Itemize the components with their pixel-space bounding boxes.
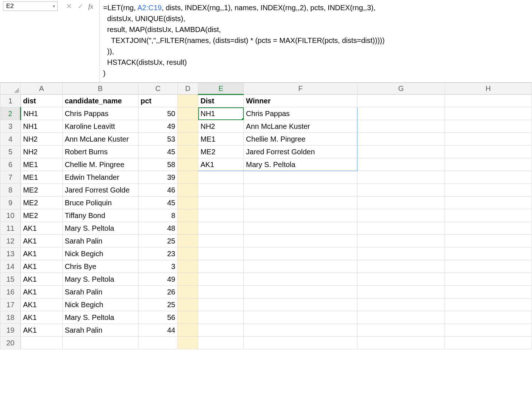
row-header[interactable]: 19 bbox=[0, 324, 21, 337]
cell-A3[interactable]: NH1 bbox=[21, 120, 62, 133]
cell-C20[interactable] bbox=[138, 337, 177, 349]
cell-H12[interactable] bbox=[445, 235, 532, 247]
cell-A19[interactable]: AK1 bbox=[21, 324, 62, 337]
cell-E19[interactable] bbox=[198, 324, 244, 337]
cell-B4[interactable]: Ann McLane Kuster bbox=[62, 133, 138, 146]
cell-F9[interactable] bbox=[244, 197, 357, 209]
select-all-corner[interactable] bbox=[0, 83, 21, 95]
cell-E11[interactable] bbox=[198, 222, 244, 235]
cell-G19[interactable] bbox=[357, 324, 445, 337]
cell-G12[interactable] bbox=[357, 235, 445, 247]
col-header-F[interactable]: F bbox=[244, 83, 357, 95]
name-box[interactable]: E2 ▾ bbox=[3, 1, 58, 11]
cell-D2[interactable] bbox=[178, 107, 198, 120]
cell-C7[interactable]: 39 bbox=[138, 171, 177, 184]
row-header[interactable]: 14 bbox=[0, 260, 21, 273]
cell-E12[interactable] bbox=[198, 235, 244, 247]
cell-C1[interactable]: pct bbox=[138, 95, 177, 107]
row-header[interactable]: 10 bbox=[0, 209, 21, 222]
col-header-E[interactable]: E bbox=[198, 83, 244, 95]
cell-G18[interactable] bbox=[357, 311, 445, 324]
cell-G13[interactable] bbox=[357, 247, 445, 260]
cell-G6[interactable] bbox=[357, 158, 445, 171]
row-header[interactable]: 3 bbox=[0, 120, 21, 133]
col-header-A[interactable]: A bbox=[21, 83, 62, 95]
cell-B5[interactable]: Robert Burns bbox=[62, 146, 138, 158]
cell-G17[interactable] bbox=[357, 298, 445, 311]
cell-B19[interactable]: Sarah Palin bbox=[62, 324, 138, 337]
cell-G20[interactable] bbox=[357, 337, 445, 349]
cell-B6[interactable]: Chellie M. Pingree bbox=[62, 158, 138, 171]
cell-C9[interactable]: 45 bbox=[138, 197, 177, 209]
cell-D9[interactable] bbox=[178, 197, 198, 209]
cell-D1[interactable] bbox=[178, 95, 198, 107]
cell-B1[interactable]: candidate_name bbox=[62, 95, 138, 107]
cell-E15[interactable] bbox=[198, 273, 244, 286]
row-header[interactable]: 8 bbox=[0, 184, 21, 197]
cell-G11[interactable] bbox=[357, 222, 445, 235]
cell-E1[interactable]: Dist bbox=[198, 95, 244, 107]
cell-E16[interactable] bbox=[198, 286, 244, 298]
cell-D15[interactable] bbox=[178, 273, 198, 286]
row-header[interactable]: 17 bbox=[0, 298, 21, 311]
cell-D7[interactable] bbox=[178, 171, 198, 184]
cell-B20[interactable] bbox=[62, 337, 138, 349]
cell-A9[interactable]: ME2 bbox=[21, 197, 62, 209]
cell-G14[interactable] bbox=[357, 260, 445, 273]
row-header[interactable]: 5 bbox=[0, 146, 21, 158]
cell-F11[interactable] bbox=[244, 222, 357, 235]
cell-B8[interactable]: Jared Forrest Golde bbox=[62, 184, 138, 197]
col-header-B[interactable]: B bbox=[62, 83, 138, 95]
cell-A15[interactable]: AK1 bbox=[21, 273, 62, 286]
cell-A12[interactable]: AK1 bbox=[21, 235, 62, 247]
cell-H2[interactable] bbox=[445, 107, 532, 120]
cell-D5[interactable] bbox=[178, 146, 198, 158]
cell-D8[interactable] bbox=[178, 184, 198, 197]
cell-B12[interactable]: Sarah Palin bbox=[62, 235, 138, 247]
cell-H16[interactable] bbox=[445, 286, 532, 298]
row-header[interactable]: 13 bbox=[0, 247, 21, 260]
cell-B15[interactable]: Mary S. Peltola bbox=[62, 273, 138, 286]
cell-F10[interactable] bbox=[244, 209, 357, 222]
cell-H7[interactable] bbox=[445, 171, 532, 184]
cell-G3[interactable] bbox=[357, 120, 445, 133]
cell-A13[interactable]: AK1 bbox=[21, 247, 62, 260]
cancel-icon[interactable]: ✕ bbox=[65, 3, 73, 10]
cell-F19[interactable] bbox=[244, 324, 357, 337]
cell-G9[interactable] bbox=[357, 197, 445, 209]
cell-C8[interactable]: 46 bbox=[138, 184, 177, 197]
cell-E7[interactable] bbox=[198, 171, 244, 184]
cell-E20[interactable] bbox=[198, 337, 244, 349]
cell-F3[interactable]: Ann McLane Kuster bbox=[244, 120, 357, 133]
cell-C19[interactable]: 44 bbox=[138, 324, 177, 337]
cell-A14[interactable]: AK1 bbox=[21, 260, 62, 273]
cell-F8[interactable] bbox=[244, 184, 357, 197]
formula-input[interactable]: =LET(rng, A2:C19, dists, INDEX(rng,,1), … bbox=[99, 0, 532, 82]
cell-A10[interactable]: ME2 bbox=[21, 209, 62, 222]
col-header-H[interactable]: H bbox=[445, 83, 532, 95]
cell-A5[interactable]: NH2 bbox=[21, 146, 62, 158]
row-header[interactable]: 15 bbox=[0, 273, 21, 286]
cell-D10[interactable] bbox=[178, 209, 198, 222]
cell-C17[interactable]: 25 bbox=[138, 298, 177, 311]
cell-G4[interactable] bbox=[357, 133, 445, 146]
cell-C11[interactable]: 48 bbox=[138, 222, 177, 235]
cell-H11[interactable] bbox=[445, 222, 532, 235]
cell-B9[interactable]: Bruce Poliquin bbox=[62, 197, 138, 209]
cell-H19[interactable] bbox=[445, 324, 532, 337]
cell-C10[interactable]: 8 bbox=[138, 209, 177, 222]
cell-D11[interactable] bbox=[178, 222, 198, 235]
row-header[interactable]: 11 bbox=[0, 222, 21, 235]
cell-B17[interactable]: Nick Begich bbox=[62, 298, 138, 311]
cell-E2[interactable]: NH1 bbox=[198, 107, 244, 120]
cell-D3[interactable] bbox=[178, 120, 198, 133]
cell-H13[interactable] bbox=[445, 247, 532, 260]
cell-G8[interactable] bbox=[357, 184, 445, 197]
cell-F15[interactable] bbox=[244, 273, 357, 286]
cell-A2[interactable]: NH1 bbox=[21, 107, 62, 120]
cell-D13[interactable] bbox=[178, 247, 198, 260]
cell-H20[interactable] bbox=[445, 337, 532, 349]
cell-C18[interactable]: 56 bbox=[138, 311, 177, 324]
cell-F13[interactable] bbox=[244, 247, 357, 260]
row-header[interactable]: 16 bbox=[0, 286, 21, 298]
